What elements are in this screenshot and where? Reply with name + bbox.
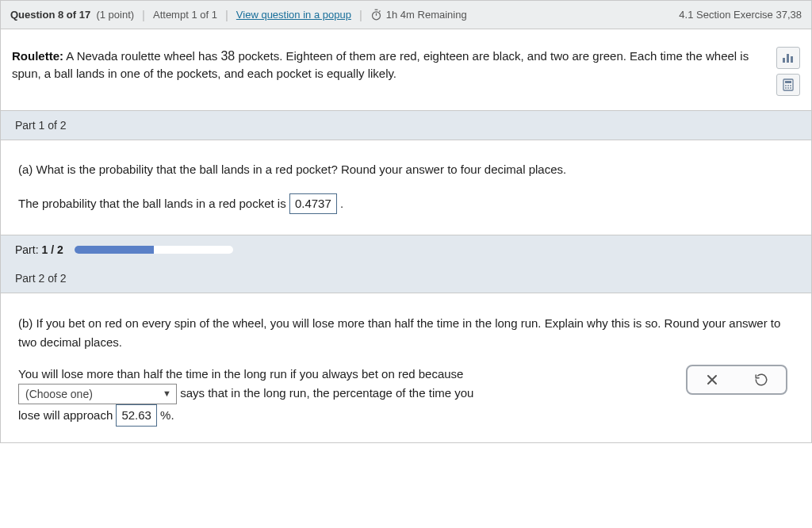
svg-point-8 [790, 85, 791, 86]
part-1-question: (a) What is the probability that the bal… [18, 161, 794, 179]
separator: | [359, 8, 362, 21]
part-1-answer-input[interactable]: 0.4737 [289, 193, 337, 215]
reset-icon[interactable] [753, 371, 770, 388]
time-remaining: 1h 4m Remaining [386, 9, 467, 21]
part-2-header: Part 2 of 2 [1, 264, 811, 293]
svg-point-11 [790, 87, 791, 89]
calculator-icon[interactable] [776, 74, 800, 96]
timer-icon [370, 9, 382, 21]
part-2-line3a: lose will approach [18, 408, 116, 422]
svg-rect-5 [785, 81, 791, 83]
part-2-line3b: %. [157, 408, 174, 422]
answer-action-box [686, 365, 787, 395]
question-prompt: Roulette: A Nevada roulette wheel has 38… [12, 47, 767, 82]
part-1-answer-sentence: The probability that the ball lands in a… [18, 193, 794, 215]
part-progress-bar: Part: 1 / 2 [1, 235, 811, 264]
clear-icon[interactable] [703, 371, 721, 388]
question-position: Question 8 of 17 [10, 9, 90, 21]
bar-chart-icon[interactable] [776, 47, 800, 69]
part-1-header: Part 1 of 2 [1, 110, 811, 140]
attempt-counter: Attempt 1 of 1 [153, 9, 217, 21]
svg-point-10 [787, 87, 789, 89]
view-in-popup-link[interactable]: View question in a popup [236, 9, 351, 21]
question-top-bar: Question 8 of 17 (1 point) | Attempt 1 o… [0, 0, 812, 29]
svg-rect-1 [783, 58, 785, 63]
part-2-percent-input[interactable]: 52.63 [116, 404, 157, 427]
separator: | [142, 8, 145, 21]
question-card: Roulette: A Nevada roulette wheel has 38… [0, 29, 812, 443]
svg-point-7 [787, 85, 789, 86]
progress-label: Part: 1 / 2 [15, 243, 63, 256]
progress-fill [75, 246, 154, 254]
part-2-line1: You will lose more than half the time in… [18, 367, 463, 381]
svg-rect-3 [791, 56, 793, 63]
svg-point-9 [785, 87, 787, 89]
part-2-line2: says that in the long run, the percentag… [180, 386, 473, 400]
part-2-question: (b) If you bet on red on every spin of t… [18, 314, 794, 352]
svg-point-6 [785, 85, 787, 86]
svg-rect-2 [787, 54, 789, 63]
progress-track [75, 246, 233, 254]
part-1-body: (a) What is the probability that the bal… [1, 140, 811, 235]
separator: | [225, 8, 228, 21]
question-points: (1 point) [96, 9, 134, 21]
chevron-down-icon: ▼ [163, 387, 171, 401]
choose-one-dropdown[interactable]: (Choose one) ▼ [18, 384, 177, 404]
part-2-body: (b) If you bet on red on every spin of t… [1, 293, 811, 442]
section-reference: 4.1 Section Exercise 37,38 [679, 9, 802, 21]
